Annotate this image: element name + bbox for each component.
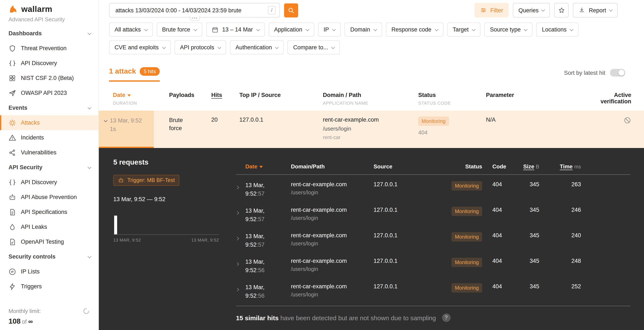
chevron-down-icon xyxy=(570,27,574,31)
sidebar-item-owasp-api[interactable]: OWASP API 2023 xyxy=(0,85,98,100)
table-row[interactable]: 13 Mar,9:52:57 rent-car-example.com/user… xyxy=(236,226,630,251)
chevron-down-icon xyxy=(162,45,166,49)
attack-domain[interactable]: rent-car-example.com xyxy=(323,117,418,123)
sidebar-item-openapi-testing[interactable]: OpenAPI Testing xyxy=(0,234,98,249)
requests-table-header: Date Domain/Path Source Status Code Size… xyxy=(236,158,630,175)
attack-application: rent-car xyxy=(323,134,418,140)
filter-chip-source-type[interactable]: Source type xyxy=(484,22,532,37)
help-icon[interactable]: ? xyxy=(442,314,450,322)
results-summary: 1 attack 5 hits Sort by latest hit xyxy=(99,54,644,82)
monthly-limit-label: Monthly limit: xyxy=(8,308,41,314)
attack-payloads: Brute force xyxy=(154,111,211,148)
attack-domain-cell: rent-car-example.com /users/login rent-c… xyxy=(323,111,418,148)
filter-chip-date-range[interactable]: 13 – 14 Mar xyxy=(206,22,265,37)
filter-button[interactable]: Filter xyxy=(474,3,508,17)
sidebar-item-api-abuse-prevention[interactable]: API Abuse Prevention xyxy=(0,190,98,204)
search-expand-handle[interactable] xyxy=(189,16,200,21)
filter-chip-domain[interactable]: Domain xyxy=(345,22,382,37)
monthly-limit: Monthly limit: 108of ∞ xyxy=(0,308,98,327)
sidebar-section-dashboards[interactable]: Dashboards xyxy=(0,26,98,41)
braces-icon xyxy=(8,178,16,186)
favorite-button[interactable] xyxy=(554,3,569,17)
chart-axis-labels: 13 MAR, 9:52 13 MAR, 9:52 xyxy=(113,238,219,242)
sidebar-item-api-discovery[interactable]: API Discovery xyxy=(0,56,98,71)
star-icon xyxy=(558,6,565,14)
column-header-hits[interactable]: Hits xyxy=(211,92,239,105)
attack-path[interactable]: /users/login xyxy=(323,126,418,132)
table-row[interactable]: 13 Mar,9:52:56 rent-car-example.com/user… xyxy=(236,251,630,277)
attack-hits: 20 xyxy=(211,111,239,148)
table-row[interactable]: 13 Mar,9:52:57 rent-car-example.com/user… xyxy=(236,200,630,226)
search-button[interactable] xyxy=(284,3,298,17)
column-header-date[interactable]: Date xyxy=(245,163,291,170)
chevron-down-icon xyxy=(104,119,108,122)
chevron-down-icon xyxy=(541,8,545,12)
vulnerability-icon xyxy=(8,149,16,156)
filter-chip-target[interactable]: Target xyxy=(447,22,481,37)
sort-control: Sort by latest hit xyxy=(564,69,625,82)
filter-chip-locations[interactable]: Locations xyxy=(536,22,578,37)
column-header-size[interactable]: Size B xyxy=(510,163,542,170)
sampling-note: 15 similar hits have been detected but a… xyxy=(236,306,630,329)
filter-chip-api-protocols[interactable]: API protocols xyxy=(174,40,226,54)
filter-chip-brute-force[interactable]: Brute force xyxy=(156,22,202,37)
sidebar-item-ip-lists[interactable]: IP Lists xyxy=(0,264,98,279)
chart-end-label: 13 MAR, 9:52 xyxy=(192,238,219,242)
column-header-source: Source xyxy=(374,163,442,170)
sidebar-item-attacks[interactable]: Attacks xyxy=(0,115,98,130)
attack-date: 13 Mar, 9:52 xyxy=(110,117,142,125)
sidebar-item-incidents[interactable]: Incidents xyxy=(0,130,98,145)
filter-chip-cve-and-exploits[interactable]: CVE and exploits xyxy=(109,40,170,54)
attack-source-ip[interactable]: 127.0.0.1 xyxy=(239,111,323,148)
topbar: / Filter Queries Report xyxy=(99,0,644,19)
attack-status-cell: Monitoring 404 xyxy=(418,111,486,148)
sidebar-section-api-security[interactable]: API Security xyxy=(0,160,98,175)
trigger-badge[interactable]: Trigger: MB BF-Test xyxy=(113,175,180,186)
search-input[interactable] xyxy=(114,6,268,14)
sidebar-item-threat-prevention[interactable]: Threat Prevention xyxy=(0,41,98,56)
sidebar-item-api-discovery-2[interactable]: API Discovery xyxy=(0,175,98,190)
requests-timeline-chart xyxy=(113,215,219,235)
filter-chip-application[interactable]: Application xyxy=(268,22,314,37)
attack-count: 1 attack xyxy=(109,67,136,76)
sidebar-item-vulnerabilities[interactable]: Vulnerabilities xyxy=(0,145,98,160)
status-badge: Monitoring xyxy=(452,181,482,190)
column-header-date[interactable]: Date DURATION xyxy=(99,92,154,105)
tab-attacks-count[interactable]: 1 attack 5 hits xyxy=(109,67,160,82)
logo[interactable]: wallarm xyxy=(0,4,98,15)
column-subheader-application: APPLICATION NAME xyxy=(323,100,418,105)
chevron-right-icon xyxy=(236,262,239,266)
filter-chip-ip[interactable]: IP xyxy=(318,22,341,37)
table-row[interactable]: 13 Mar,9:52:57 rent-car-example.com/user… xyxy=(236,175,630,200)
filter-chip-all-attacks[interactable]: All attacks xyxy=(109,22,153,37)
attack-active-verification-cell[interactable] xyxy=(590,111,644,148)
slash-shortcut-hint: / xyxy=(268,6,276,14)
report-button[interactable]: Report xyxy=(573,3,618,17)
sidebar-item-api-leaks[interactable]: API Leaks xyxy=(0,219,98,234)
filter-chip-compare-to[interactable]: Compare to... xyxy=(288,40,340,54)
sidebar-item-nist-csf[interactable]: NIST CSF 2.0 (Beta) xyxy=(0,71,98,85)
chevron-down-icon xyxy=(218,45,221,49)
droplet-icon xyxy=(8,223,16,231)
chevron-down-icon xyxy=(256,27,260,31)
sampling-count: 15 similar hits xyxy=(236,314,278,321)
column-header-time[interactable]: Time ms xyxy=(542,163,581,170)
filter-chip-response-code[interactable]: Response code xyxy=(386,22,444,37)
attack-row[interactable]: 13 Mar, 9:52 1s Brute force 20 127.0.0.1… xyxy=(99,111,644,148)
chevron-down-icon xyxy=(435,27,438,31)
download-icon xyxy=(578,7,586,14)
sidebar-item-triggers[interactable]: Triggers xyxy=(0,279,98,294)
sidebar-item-api-specifications[interactable]: API Specifications xyxy=(0,204,98,219)
filter-chip-authentication[interactable]: Authentication xyxy=(230,40,284,54)
queries-button[interactable]: Queries xyxy=(513,3,550,17)
sort-toggle[interactable] xyxy=(610,69,625,77)
chevron-down-icon xyxy=(331,45,335,49)
wallarm-console: IP wallarm Advanced API Security Dashboa… xyxy=(0,0,644,330)
column-header-code: Code xyxy=(482,163,510,170)
sidebar-section-security-controls[interactable]: Security controls xyxy=(0,249,98,264)
attack-date-cell[interactable]: 13 Mar, 9:52 1s xyxy=(99,111,154,148)
table-row[interactable]: 13 Mar,9:52:56 rent-car-example.com/user… xyxy=(236,277,630,302)
column-header-payloads: Payloads xyxy=(154,92,211,105)
sidebar-section-events[interactable]: Events xyxy=(0,100,98,115)
chevron-down-icon xyxy=(88,31,91,35)
